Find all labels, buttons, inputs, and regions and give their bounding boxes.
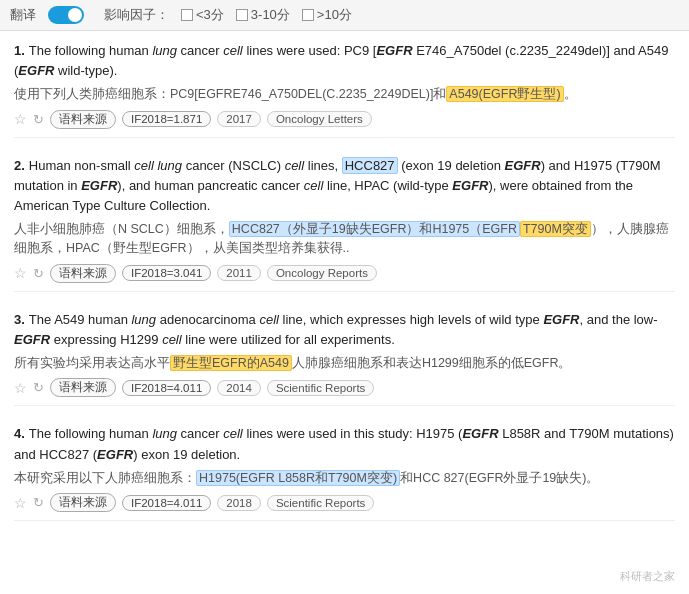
star-3[interactable]: ☆: [14, 380, 27, 396]
result-1-cn: 使用下列人类肺癌细胞系：PC9[EGFRE746_A750DEL(C.2235_…: [14, 85, 675, 104]
cell-2b: cell: [304, 178, 324, 193]
cell-1: cell: [223, 43, 243, 58]
filter-3to10[interactable]: 3-10分: [236, 6, 290, 24]
result-item-2: 2.Human non-small cell lung cancer (NSCL…: [14, 156, 675, 292]
lung-3: lung: [131, 312, 156, 327]
source-tag-2[interactable]: 语料来源: [50, 264, 116, 283]
top-bar: 翻译 影响因子： <3分 3-10分 >10分: [0, 0, 689, 31]
filter-3to10-checkbox[interactable]: [236, 9, 248, 21]
result-4-cn: 本研究采用以下人肺癌细胞系：H1975(EGFR L858R和T790M突变)和…: [14, 469, 675, 488]
egfr-2a: EGF: [505, 158, 532, 173]
result-4-en: 4.The following human lung cancer cell l…: [14, 424, 675, 464]
egfr-2c: EGFR: [81, 178, 117, 193]
egfr-2b: R: [531, 158, 540, 173]
egfr-4b: EGFR: [97, 447, 133, 462]
cell-lung-2: cell lung: [134, 158, 182, 173]
filter-less3-checkbox[interactable]: [181, 9, 193, 21]
result-1-meta: ☆ ↻ 语料来源 IF2018=1.871 2017 Oncology Lett…: [14, 110, 675, 129]
result-2-cn: 人非小细胞肺癌（N SCLC）细胞系，HCC827（外显子19缺失EGFR）和H…: [14, 220, 675, 259]
egfr-3b: EGFR: [14, 332, 50, 347]
star-4[interactable]: ☆: [14, 495, 27, 511]
result-3-number: 3.: [14, 312, 25, 327]
result-3-cn: 所有实验均采用表达高水平野生型EGFR的A549人肺腺癌细胞系和表达H1299细…: [14, 354, 675, 373]
lung-4: lung: [152, 426, 177, 441]
filter-gt10-checkbox[interactable]: [302, 9, 314, 21]
main-content: 1.The following human lung cancer cell l…: [0, 31, 689, 553]
toggle-knob: [68, 8, 82, 22]
cell-4: cell: [223, 426, 243, 441]
refresh-4[interactable]: ↻: [33, 495, 44, 510]
refresh-2[interactable]: ↻: [33, 266, 44, 281]
cn-highlight-4: H1975(EGFR L858R和T790M突变): [196, 470, 400, 486]
cell-3: cell: [259, 312, 279, 327]
source-tag-1[interactable]: 语料来源: [50, 110, 116, 129]
result-3-meta: ☆ ↻ 语料来源 IF2018=4.011 2014 Scientific Re…: [14, 378, 675, 397]
if-tag-3: IF2018=4.011: [122, 380, 211, 396]
egfr-3a: EGFR: [543, 312, 579, 327]
result-item-3: 3.The A549 human lung adenocarcinoma cel…: [14, 310, 675, 407]
translate-toggle[interactable]: [48, 6, 84, 24]
source-tag-4[interactable]: 语料来源: [50, 493, 116, 512]
result-4-number: 4.: [14, 426, 25, 441]
egfr-2d: EGFR: [452, 178, 488, 193]
filter-gt10-label: >10分: [317, 6, 352, 24]
if-tag-4: IF2018=4.011: [122, 495, 211, 511]
egfr-4a: EGFR: [462, 426, 498, 441]
egfr-1b: EGFR: [18, 63, 54, 78]
cell-2: cell: [285, 158, 305, 173]
cn-highlight-2b: T790M突变: [520, 221, 591, 237]
result-2-number: 2.: [14, 158, 25, 173]
journal-tag-3: Scientific Reports: [267, 380, 374, 396]
source-tag-3[interactable]: 语料来源: [50, 378, 116, 397]
watermark: 科研者之家: [620, 569, 675, 584]
result-1-number: 1.: [14, 43, 25, 58]
filter-less3[interactable]: <3分: [181, 6, 224, 24]
lung-1: lung: [152, 43, 177, 58]
year-tag-1: 2017: [217, 111, 261, 127]
refresh-3[interactable]: ↻: [33, 380, 44, 395]
if-tag-1: IF2018=1.871: [122, 111, 211, 127]
year-tag-3: 2014: [217, 380, 261, 396]
cell-3b: cell: [162, 332, 182, 347]
result-1-en: 1.The following human lung cancer cell l…: [14, 41, 675, 81]
impact-factor-label: 影响因子：: [104, 6, 169, 24]
filter-less3-label: <3分: [196, 6, 224, 24]
star-2[interactable]: ☆: [14, 265, 27, 281]
filter-gt10[interactable]: >10分: [302, 6, 352, 24]
journal-tag-4: Scientific Reports: [267, 495, 374, 511]
star-1[interactable]: ☆: [14, 111, 27, 127]
journal-tag-2: Oncology Reports: [267, 265, 377, 281]
cn-highlight-2a: HCC827（外显子19缺失EGFR）和H1975（EGFR: [229, 221, 520, 237]
cn-highlight-3: 野生型EGFR的A549: [170, 355, 292, 371]
result-item-1: 1.The following human lung cancer cell l…: [14, 41, 675, 138]
year-tag-2: 2011: [217, 265, 261, 281]
hcc827-highlight: HCC827: [342, 157, 398, 174]
refresh-1[interactable]: ↻: [33, 112, 44, 127]
result-2-en: 2.Human non-small cell lung cancer (NSCL…: [14, 156, 675, 216]
result-4-meta: ☆ ↻ 语料来源 IF2018=4.011 2018 Scientific Re…: [14, 493, 675, 512]
if-tag-2: IF2018=3.041: [122, 265, 211, 281]
result-2-meta: ☆ ↻ 语料来源 IF2018=3.041 2011 Oncology Repo…: [14, 264, 675, 283]
cn-highlight-1: A549(EGFR野生型): [446, 86, 563, 102]
result-3-en: 3.The A549 human lung adenocarcinoma cel…: [14, 310, 675, 350]
result-item-4: 4.The following human lung cancer cell l…: [14, 424, 675, 521]
egfr-1a: EGFR: [376, 43, 412, 58]
translate-label: 翻译: [10, 6, 36, 24]
year-tag-4: 2018: [217, 495, 261, 511]
journal-tag-1: Oncology Letters: [267, 111, 372, 127]
filter-3to10-label: 3-10分: [251, 6, 290, 24]
